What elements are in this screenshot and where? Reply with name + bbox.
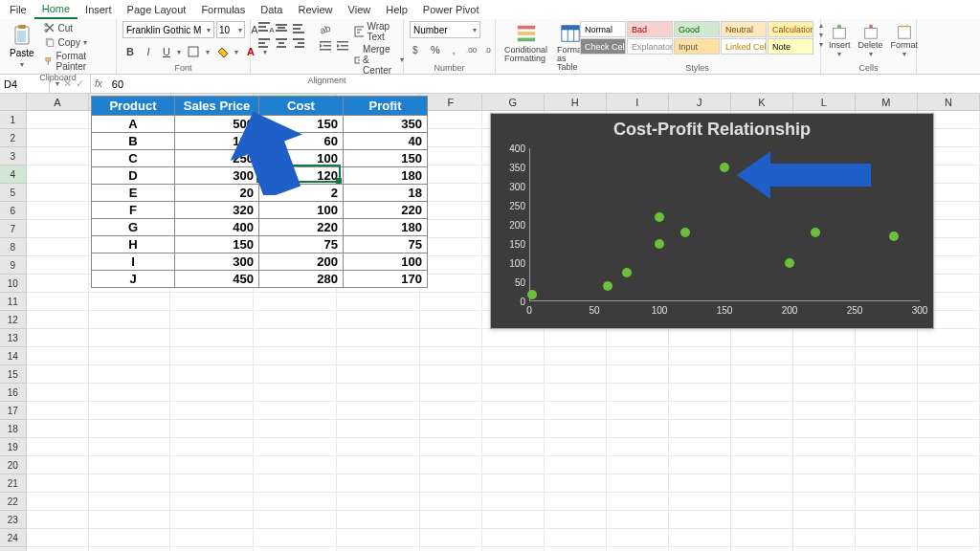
row-header-3[interactable]: 3 xyxy=(0,147,27,165)
cell-C15[interactable] xyxy=(170,365,254,384)
select-all-corner[interactable] xyxy=(0,94,27,111)
cell-F11[interactable] xyxy=(420,293,482,311)
row-header-4[interactable]: 4 xyxy=(0,165,27,184)
cell-N19[interactable] xyxy=(918,438,980,456)
cell-M23[interactable] xyxy=(856,511,918,529)
cell-D19[interactable] xyxy=(254,438,337,456)
cell-G17[interactable] xyxy=(482,402,545,420)
name-box[interactable]: D4 xyxy=(0,75,50,93)
cell-F25[interactable] xyxy=(420,547,482,551)
table-cell[interactable]: B xyxy=(92,133,175,150)
cell-D22[interactable] xyxy=(254,493,337,511)
cell-D21[interactable] xyxy=(254,474,337,493)
cell-I13[interactable] xyxy=(607,329,669,347)
cell-D24[interactable] xyxy=(254,529,337,547)
cell-A1[interactable] xyxy=(27,111,89,129)
cell-E15[interactable] xyxy=(337,365,420,384)
table-cell[interactable]: 100 xyxy=(259,202,344,219)
cell-J13[interactable] xyxy=(669,329,731,347)
cell-H18[interactable] xyxy=(545,420,607,438)
cell-F6[interactable] xyxy=(420,202,482,220)
cell-F19[interactable] xyxy=(420,438,482,456)
cell-L13[interactable] xyxy=(793,329,856,347)
cell-G14[interactable] xyxy=(482,347,545,365)
table-cell[interactable]: 400 xyxy=(175,219,259,236)
cell-A13[interactable] xyxy=(27,329,89,347)
cell-J20[interactable] xyxy=(669,456,731,474)
font-name-select[interactable]: Franklin Gothic M▾ xyxy=(122,21,214,38)
cell-N22[interactable] xyxy=(918,493,980,511)
tab-formulas[interactable]: Formulas xyxy=(193,1,253,18)
cell-B16[interactable] xyxy=(89,384,171,402)
cell-C22[interactable] xyxy=(170,493,254,511)
cell-K24[interactable] xyxy=(731,529,793,547)
chart-point[interactable] xyxy=(603,281,612,291)
col-header-K[interactable]: K xyxy=(731,94,793,110)
cell-F8[interactable] xyxy=(420,238,482,256)
col-header-N[interactable]: N xyxy=(918,94,980,110)
style-bad[interactable]: Bad xyxy=(627,21,673,37)
cell-D17[interactable] xyxy=(254,402,337,420)
cell-A20[interactable] xyxy=(27,456,89,474)
cell-E20[interactable] xyxy=(337,456,420,474)
style-note[interactable]: Note xyxy=(768,38,813,55)
bold-button[interactable]: B xyxy=(122,44,138,59)
orientation-button[interactable]: ab xyxy=(318,21,333,36)
table-cell[interactable]: 180 xyxy=(344,219,428,236)
cell-E13[interactable] xyxy=(337,329,420,347)
cell-J25[interactable] xyxy=(669,547,731,551)
accounting-format-button[interactable]: $ xyxy=(410,42,425,57)
table-cell[interactable]: 75 xyxy=(259,236,344,253)
chart-point[interactable] xyxy=(720,163,729,172)
row-header-7[interactable]: 7 xyxy=(0,220,27,238)
cell-F5[interactable] xyxy=(420,184,482,202)
chart-point[interactable] xyxy=(785,258,794,268)
cell-J23[interactable] xyxy=(669,511,731,529)
table-cell[interactable]: 100 xyxy=(344,253,428,271)
table-cell[interactable]: 75 xyxy=(344,236,428,253)
col-header-F[interactable]: F xyxy=(420,94,482,110)
cell-F12[interactable] xyxy=(420,311,482,329)
cell-J17[interactable] xyxy=(669,402,731,420)
table-cell[interactable]: A xyxy=(92,116,175,133)
cell-D11[interactable] xyxy=(254,293,337,311)
align-bottom-button[interactable] xyxy=(291,21,306,34)
cell-A6[interactable] xyxy=(27,202,89,220)
cell-B13[interactable] xyxy=(89,329,171,347)
cell-A23[interactable] xyxy=(27,511,89,529)
cell-F3[interactable] xyxy=(420,147,482,165)
align-right-button[interactable] xyxy=(291,36,306,50)
row-header-14[interactable]: 14 xyxy=(0,347,27,365)
cell-A7[interactable] xyxy=(27,220,89,238)
cell-A21[interactable] xyxy=(27,474,89,493)
fx-icon[interactable]: fx xyxy=(91,78,106,89)
cell-H20[interactable] xyxy=(545,456,607,474)
cell-F9[interactable] xyxy=(420,256,482,275)
cell-L23[interactable] xyxy=(793,511,856,529)
cell-H19[interactable] xyxy=(545,438,607,456)
style-input[interactable]: Input xyxy=(674,38,720,55)
cell-D13[interactable] xyxy=(254,329,337,347)
cell-H25[interactable] xyxy=(545,547,607,551)
cell-N16[interactable] xyxy=(918,384,980,402)
cell-J22[interactable] xyxy=(669,493,731,511)
cell-C18[interactable] xyxy=(170,420,254,438)
cell-L21[interactable] xyxy=(793,474,856,493)
cell-A18[interactable] xyxy=(27,420,89,438)
cell-G22[interactable] xyxy=(482,493,545,511)
cell-B11[interactable] xyxy=(89,293,171,311)
style-neutral[interactable]: Neutral xyxy=(721,21,767,37)
cell-J15[interactable] xyxy=(669,365,731,384)
row-header-22[interactable]: 22 xyxy=(0,493,27,511)
cell-H15[interactable] xyxy=(545,365,607,384)
cell-F10[interactable] xyxy=(420,275,482,293)
cell-F23[interactable] xyxy=(420,511,482,529)
cell-A12[interactable] xyxy=(27,311,89,329)
cell-M14[interactable] xyxy=(856,347,918,365)
cell-J24[interactable] xyxy=(669,529,731,547)
row-header-11[interactable]: 11 xyxy=(0,293,27,311)
cell-F20[interactable] xyxy=(420,456,482,474)
cell-F2[interactable] xyxy=(420,129,482,147)
table-cell[interactable]: 320 xyxy=(175,202,259,219)
table-cell[interactable]: E xyxy=(92,185,175,202)
